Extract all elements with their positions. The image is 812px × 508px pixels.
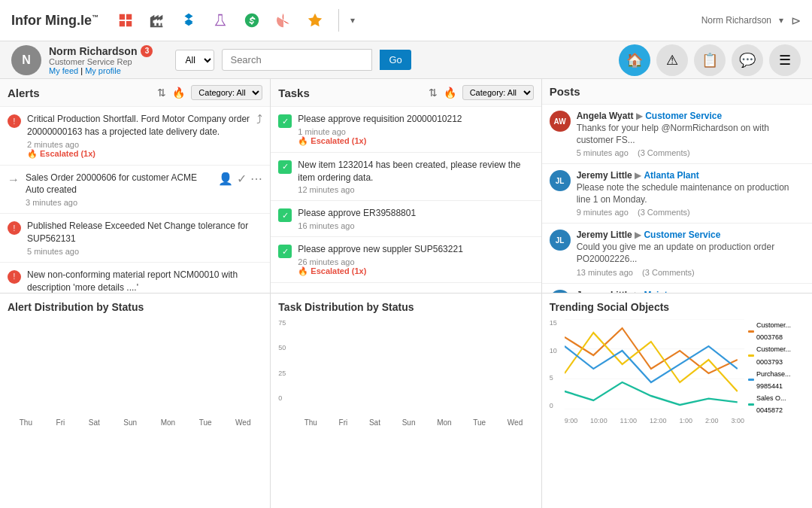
alert-item: ! Critical Production Shortfall. Ford Mo… xyxy=(0,107,270,166)
trending-chart-title: Trending Social Objects xyxy=(550,301,804,313)
search-filter-dropdown[interactable]: All xyxy=(175,50,214,71)
nav-user-dropdown[interactable]: ▾ xyxy=(779,15,783,26)
post-item: AW Angela Wyatt ▶ Customer Service Thank… xyxy=(542,105,812,164)
trending-x-labels: 9:00 10:00 11:00 12:00 1:00 2:00 3:00 xyxy=(565,417,744,424)
task-check-icon: ✓ xyxy=(278,245,292,258)
alerts-list: Alerts ⇅ 🔥 Category: All ! Critical Prod… xyxy=(0,79,270,294)
post-item: JL Jeremy Little ▶ Customer Service Coul… xyxy=(542,224,812,283)
posts-header: Posts xyxy=(542,79,812,105)
tasks-category-select[interactable]: Category: All xyxy=(462,85,534,100)
search-bar: N Norm Richardson 3 Customer Service Rep… xyxy=(0,41,812,79)
user-avatar: N xyxy=(11,45,41,75)
nav-icon-flask[interactable] xyxy=(208,8,232,32)
svg-rect-4 xyxy=(153,23,155,26)
alerts-category-select[interactable]: Category: All xyxy=(191,85,262,100)
more-action-icon[interactable]: ☰ xyxy=(769,44,801,76)
task-chart-x-labels: Thu Fri Sat Sun Mon Tue Wed xyxy=(293,418,533,427)
home-action-icon[interactable]: 🏠 xyxy=(619,44,650,76)
post-author: Jeremy Little xyxy=(577,170,632,181)
alert-item: ! Published Release Exceeded Net Change … xyxy=(0,214,270,263)
my-profile-link[interactable]: My profile xyxy=(85,66,121,75)
external-link-icon[interactable]: ⤴ xyxy=(256,113,262,126)
trending-legend: Customer...0003768 Customer...0003793 Pu… xyxy=(748,319,804,417)
svg-rect-2 xyxy=(120,21,125,26)
top-navigation: Infor Ming.le™ ▾ Norm Richardson ▾ ⊳ xyxy=(0,0,812,41)
nav-icon-star[interactable] xyxy=(303,8,327,32)
task-chart-y-axis: 75 50 25 0 xyxy=(278,319,293,417)
tasks-header: Tasks ⇅ 🔥 Category: All xyxy=(271,79,541,107)
svg-rect-0 xyxy=(120,14,125,20)
user-name-display: Norm Richardson 3 xyxy=(49,45,153,57)
post-item: JL Jeremy Little ▶ Maintenance How long … xyxy=(542,284,812,294)
tasks-sort-icon[interactable]: ⇅ xyxy=(429,87,438,99)
tasks-panel: Tasks ⇅ 🔥 Category: All ✓ Please approve… xyxy=(271,79,541,508)
nav-divider xyxy=(338,9,339,32)
my-feed-link[interactable]: My feed xyxy=(49,66,78,75)
task-item: ✓ Please approve requisition 20000010212… xyxy=(271,107,541,153)
alerts-flame-icon[interactable]: 🔥 xyxy=(172,87,185,99)
legend-dot-4 xyxy=(748,403,754,406)
alerts-chart-panel: Alert Distribution by Status xyxy=(0,294,270,508)
nav-icon-dollar[interactable] xyxy=(240,8,264,32)
nav-username: Norm Richardson xyxy=(701,15,771,26)
alert-icon-1: ! xyxy=(8,114,21,128)
post-avatar: AW xyxy=(550,111,571,132)
svg-rect-1 xyxy=(126,14,132,20)
post-destination[interactable]: Atlanta Plant xyxy=(644,170,698,181)
user-title: Customer Service Rep xyxy=(49,57,153,66)
alert-dot-icon: ! xyxy=(8,270,21,284)
assign-icon[interactable]: 👤 xyxy=(218,172,233,186)
alerts-header: Alerts ⇅ 🔥 Category: All xyxy=(0,79,270,107)
post-avatar: JL xyxy=(550,230,571,251)
post-destination[interactable]: Customer Service xyxy=(645,111,722,121)
tasks-action-icon[interactable]: 📋 xyxy=(694,44,726,76)
alerts-panel: Alerts ⇅ 🔥 Category: All ! Critical Prod… xyxy=(0,79,271,508)
post-author: Jeremy Little xyxy=(577,230,632,240)
legend-dot-3 xyxy=(748,379,754,381)
nav-icon-grid[interactable] xyxy=(114,8,138,32)
svg-rect-3 xyxy=(126,21,132,26)
task-item: ✓ Please approve new suppler SUP563221 2… xyxy=(271,237,541,283)
user-info-block: Norm Richardson 3 Customer Service Rep M… xyxy=(49,45,153,75)
trending-svg xyxy=(565,319,744,409)
more-icon[interactable]: ⋯ xyxy=(250,172,262,186)
task-check-icon: ✓ xyxy=(278,114,292,128)
nav-icon-factory[interactable] xyxy=(145,8,169,32)
alerts-sort-icon[interactable]: ⇅ xyxy=(157,87,166,99)
trending-chart-area: 15 10 5 0 xyxy=(550,319,804,424)
alert-dot-icon: ! xyxy=(8,221,21,235)
task-chart-title: Task Distribution by Status xyxy=(278,301,533,313)
posts-panel: Posts AW Angela Wyatt ▶ Customer Service… xyxy=(542,79,812,508)
post-item: JL Jeremy Little ▶ Atlanta Plant Please … xyxy=(542,164,812,224)
check-icon[interactable]: ✓ xyxy=(237,172,247,186)
filter-select[interactable]: All xyxy=(175,50,214,71)
trending-chart-panel: Trending Social Objects 15 10 5 0 xyxy=(542,294,812,508)
search-input[interactable] xyxy=(222,49,372,71)
tasks-list: Tasks ⇅ 🔥 Category: All ✓ Please approve… xyxy=(271,79,541,294)
task-chart-bars xyxy=(293,319,533,417)
user-badge: 3 xyxy=(141,45,153,57)
nav-icon-pie[interactable] xyxy=(271,8,295,32)
posts-title: Posts xyxy=(550,85,804,98)
nav-right-user: Norm Richardson ▾ ⊳ xyxy=(701,14,801,28)
nav-app-icons: ▾ xyxy=(114,8,355,32)
main-content: Alerts ⇅ 🔥 Category: All ! Critical Prod… xyxy=(0,79,812,508)
svg-rect-6 xyxy=(161,23,162,26)
tasks-chart-panel: Task Distribution by Status 75 50 25 0 xyxy=(271,294,541,508)
chat-action-icon[interactable]: 💬 xyxy=(732,44,763,76)
nav-share-icon[interactable]: ⊳ xyxy=(791,14,801,28)
search-button[interactable]: Go xyxy=(380,50,411,70)
posts-list: Posts AW Angela Wyatt ▶ Customer Service… xyxy=(542,79,812,294)
post-destination[interactable]: Customer Service xyxy=(644,230,720,240)
alert-item: ! New non-conforming material report NCM… xyxy=(0,263,270,294)
alert-chart-title: Alert Distribution by Status xyxy=(8,301,262,313)
alert-chart-x-labels: Thu Fri Sat Sun Mon Tue Wed xyxy=(8,418,262,427)
nav-icon-dropbox[interactable] xyxy=(177,8,201,32)
tasks-flame-icon[interactable]: 🔥 xyxy=(444,87,456,99)
alert-action-icon[interactable]: ⚠ xyxy=(656,44,688,76)
app-logo: Infor Ming.le™ xyxy=(11,13,98,29)
legend-dot-1 xyxy=(748,330,754,333)
nav-more-dropdown[interactable]: ▾ xyxy=(350,15,355,26)
user-links: My feed | My profile xyxy=(49,66,153,75)
alert-item: → Sales Order 20000606 for customer ACME… xyxy=(0,166,270,214)
